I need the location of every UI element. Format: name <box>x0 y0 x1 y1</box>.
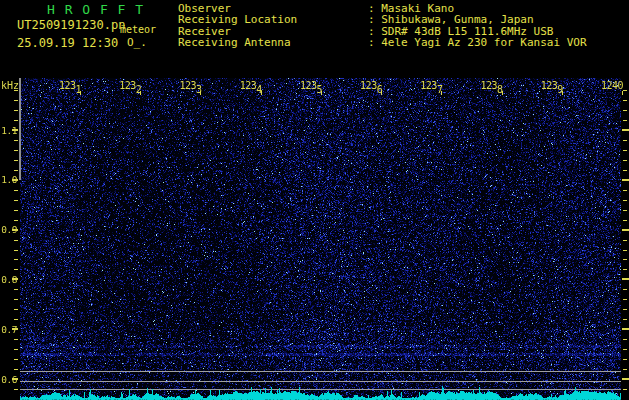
axis-tick <box>14 190 18 191</box>
info-row: Receiving Antenna: 4ele Yagi Az 230 for … <box>178 37 587 48</box>
time-tick-label: 1232 <box>119 80 146 91</box>
time-tick-label: 1239 <box>541 80 568 91</box>
axis-tick <box>12 129 18 131</box>
axis-tick <box>14 240 18 241</box>
axis-tick <box>14 309 18 310</box>
axis-tick <box>622 278 629 280</box>
capture-datetime: 25.09.19 12:30 <box>17 36 118 50</box>
axis-tick <box>14 210 18 211</box>
axis-tick <box>14 200 18 201</box>
axis-tick <box>14 220 18 221</box>
axis-tick <box>14 150 18 151</box>
axis-tick <box>623 289 627 290</box>
axis-tick <box>623 240 627 241</box>
axis-tick <box>623 200 627 201</box>
time-tick-label: 1240 <box>601 80 628 91</box>
axis-tick <box>14 140 18 141</box>
axis-tick <box>14 389 18 390</box>
axis-tick <box>14 339 18 340</box>
axis-tick <box>14 269 18 270</box>
axis-tick <box>622 129 629 131</box>
axis-tick <box>623 220 627 221</box>
axis-tick <box>623 319 627 320</box>
axis-tick <box>623 100 627 101</box>
capture-datetime-suffix: O_. <box>127 36 147 49</box>
axis-tick <box>12 179 18 181</box>
info-separator: : <box>368 36 381 49</box>
spectrogram-canvas <box>20 78 621 400</box>
axis-tick <box>623 140 627 141</box>
axis-tick <box>623 150 627 151</box>
axis-tick <box>622 91 623 95</box>
axis-tick <box>14 100 18 101</box>
axis-tick <box>14 120 18 121</box>
axis-tick <box>14 160 18 161</box>
time-tick-label: 1233 <box>179 80 206 91</box>
axis-tick <box>623 190 627 191</box>
time-tick-label: 1234 <box>240 80 267 91</box>
axis-tick <box>622 378 629 380</box>
axis-tick <box>12 278 18 280</box>
axis-tick <box>623 259 627 260</box>
axis-tick <box>623 170 627 171</box>
time-tick-label: 1235 <box>300 80 327 91</box>
meteor-note: m̈eteor <box>120 24 156 35</box>
axis-tick <box>14 319 18 320</box>
axis-tick <box>14 289 18 290</box>
header-info: Observer: Masaki KanoReceiving Location:… <box>178 3 587 49</box>
axis-tick <box>622 229 629 231</box>
axis-tick <box>623 369 627 370</box>
axis-tick <box>14 259 18 260</box>
axis-tick <box>14 359 18 360</box>
axis-tick <box>12 328 18 330</box>
info-value: 4ele Yagi Az 230 for Kansai VOR <box>381 36 586 49</box>
time-tick-label: 1238 <box>481 80 508 91</box>
axis-tick <box>622 328 629 330</box>
axis-tick <box>14 170 18 171</box>
axis-tick <box>623 359 627 360</box>
axis-tick <box>623 339 627 340</box>
info-label: Receiving Antenna <box>178 37 368 48</box>
time-tick-label: 1236 <box>360 80 387 91</box>
axis-tick <box>12 229 18 231</box>
axis-tick <box>14 110 18 111</box>
axis-tick <box>623 309 627 310</box>
start-marker-line <box>19 78 21 180</box>
axis-tick <box>14 369 18 370</box>
axis-tick <box>14 299 18 300</box>
axis-tick <box>623 269 627 270</box>
axis-tick <box>14 90 18 91</box>
axis-tick <box>623 250 627 251</box>
time-tick-label: 1237 <box>420 80 447 91</box>
axis-tick <box>623 349 627 350</box>
axis-tick <box>622 179 629 181</box>
axis-tick <box>623 389 627 390</box>
capture-filename: UT2509191230.pn <box>17 18 125 32</box>
axis-tick <box>12 378 18 380</box>
axis-tick <box>623 110 627 111</box>
hrofft-page: H R O F F T UT2509191230.pn m̈eteor 25.0… <box>0 0 629 400</box>
time-tick-label: 1231 <box>59 80 86 91</box>
axis-tick <box>623 160 627 161</box>
axis-tick <box>14 250 18 251</box>
axis-tick <box>623 299 627 300</box>
app-title: H R O F F T <box>47 2 144 17</box>
axis-tick <box>14 349 18 350</box>
axis-tick <box>623 120 627 121</box>
axis-tick <box>623 210 627 211</box>
